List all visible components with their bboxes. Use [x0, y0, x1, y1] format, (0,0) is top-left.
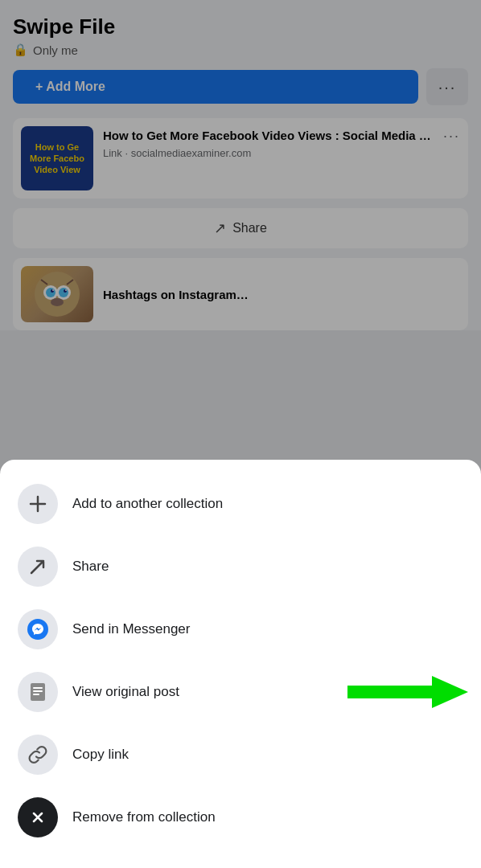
remove-label: Remove from collection	[72, 809, 216, 825]
add-collection-label: Add to another collection	[72, 496, 223, 512]
svg-rect-18	[33, 694, 39, 695]
green-arrow-svg	[347, 674, 468, 710]
svg-rect-17	[33, 690, 43, 692]
remove-icon-circle	[18, 797, 58, 837]
share-icon-circle	[18, 547, 58, 587]
green-arrow-indicator	[347, 674, 468, 710]
sheet-item-copy-link[interactable]: Copy link	[0, 723, 481, 786]
sheet-item-add-collection[interactable]: Add to another collection	[0, 473, 481, 535]
link-icon	[27, 743, 49, 766]
svg-marker-19	[347, 676, 468, 708]
messenger-label: Send in Messenger	[72, 621, 190, 637]
plus-icon	[27, 493, 48, 514]
view-original-label: View original post	[72, 684, 179, 700]
share-label-sheet: Share	[72, 559, 109, 575]
svg-rect-16	[33, 687, 43, 689]
copy-link-icon-circle	[18, 735, 58, 775]
bottom-sheet: Add to another collection Share Send in …	[0, 460, 481, 868]
sheet-item-remove[interactable]: Remove from collection	[0, 786, 481, 849]
x-icon	[27, 807, 48, 828]
view-original-icon-circle	[18, 672, 58, 712]
messenger-icon-circle	[18, 609, 58, 649]
messenger-icon	[26, 617, 50, 641]
document-icon	[27, 681, 49, 703]
share-arrow-icon	[27, 556, 48, 577]
sheet-item-view-original[interactable]: View original post	[0, 661, 481, 723]
add-collection-icon-circle	[18, 484, 58, 524]
svg-point-14	[27, 619, 48, 640]
sheet-item-messenger[interactable]: Send in Messenger	[0, 598, 481, 661]
sheet-item-share[interactable]: Share	[0, 535, 481, 598]
copy-link-label: Copy link	[72, 747, 129, 763]
